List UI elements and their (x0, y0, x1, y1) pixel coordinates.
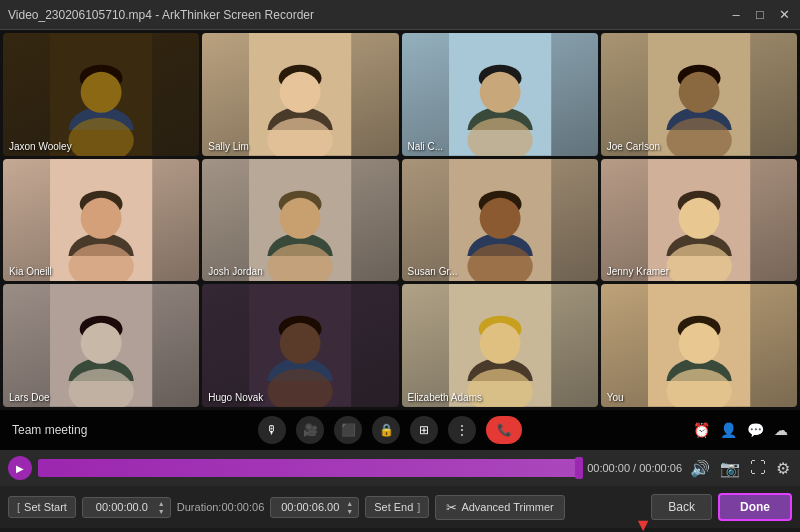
person-svg-3 (402, 33, 598, 156)
grid-button[interactable]: ⊞ (410, 416, 438, 444)
person-name-5: Kia Oneill (9, 266, 52, 277)
person-svg-5 (3, 159, 199, 282)
scissors-icon: ✂ (446, 500, 457, 515)
end-time-input[interactable] (275, 501, 345, 513)
volume-button[interactable]: 🔊 (688, 457, 712, 480)
participants-icon-button[interactable]: 👤 (720, 422, 737, 438)
person-svg-8 (601, 159, 797, 282)
person-name-7: Susan Gr... (408, 266, 458, 277)
close-button[interactable]: ✕ (776, 7, 792, 23)
chat-icon-button[interactable]: 💬 (747, 422, 764, 438)
svg-point-7 (280, 72, 321, 113)
progress-track[interactable] (38, 459, 581, 477)
set-end-button[interactable]: Set End ] (365, 496, 429, 518)
red-arrow-indicator: ▼ (634, 515, 652, 532)
time-display: 00:00:00 / 00:00:06 (587, 462, 682, 474)
video-cell-4: Joe Carlson (601, 33, 797, 156)
person-svg-6 (202, 159, 398, 282)
progress-bar-section: ▶ 00:00:00 / 00:00:06 🔊 📷 ⛶ ⚙ (0, 450, 800, 486)
fullscreen-button[interactable]: ⛶ (748, 457, 768, 479)
timer-icon-button[interactable]: ⏰ (693, 422, 710, 438)
bracket-close: ] (417, 501, 420, 513)
video-controls-bar: Team meeting 🎙 🎥 ⬛ 🔒 ⊞ ⋮ 📞 ⏰ 👤 💬 ☁ (0, 410, 800, 450)
person-name-6: Josh Jordan (208, 266, 262, 277)
cloud-icon-button[interactable]: ☁ (774, 422, 788, 438)
bracket-open: [ (17, 501, 20, 513)
set-start-button[interactable]: [ Set Start (8, 496, 76, 518)
person-name-2: Sally Lim (208, 141, 249, 152)
call-controls: 🎙 🎥 ⬛ 🔒 ⊞ ⋮ 📞 (258, 416, 522, 444)
person-name-3: Nali C... (408, 141, 444, 152)
svg-point-47 (678, 323, 719, 364)
video-cell-11: Elizabeth Adams (402, 284, 598, 407)
more-button[interactable]: ⋮ (448, 416, 476, 444)
video-cell-5: Kia Oneill (3, 159, 199, 282)
settings-button[interactable]: ⚙ (774, 457, 792, 480)
svg-point-19 (81, 198, 122, 239)
start-time-down[interactable]: ▼ (157, 508, 166, 515)
svg-point-23 (280, 198, 321, 239)
advanced-trimmer-label: Advanced Trimmer (461, 501, 553, 513)
start-time-input[interactable] (87, 501, 157, 513)
video-cell-9: Lars Doe (3, 284, 199, 407)
screen-share-button[interactable]: ⬛ (334, 416, 362, 444)
video-cell-1: Jaxon Wooley (3, 33, 199, 156)
end-call-button[interactable]: 📞 (486, 416, 522, 444)
person-svg-11 (402, 284, 598, 407)
done-label: Done (740, 500, 770, 514)
video-cell-3: Nali C... (402, 33, 598, 156)
person-name-10: Hugo Novak (208, 392, 263, 403)
svg-point-35 (81, 323, 122, 364)
meeting-label: Team meeting (12, 423, 87, 437)
duration-label: Duration:00:00:06 (177, 501, 264, 513)
start-time-input-group[interactable]: ▲ ▼ (82, 497, 171, 518)
person-svg-4 (601, 33, 797, 156)
video-cell-7: Susan Gr... (402, 159, 598, 282)
person-svg-2 (202, 33, 398, 156)
video-cell-6: Josh Jordan (202, 159, 398, 282)
person-name-8: Jenny Kramer (607, 266, 669, 277)
end-time-input-group[interactable]: ▲ ▼ (270, 497, 359, 518)
title-bar: Video_230206105710.mp4 - ArkThinker Scre… (0, 0, 800, 30)
start-time-up[interactable]: ▲ (157, 500, 166, 507)
progress-fill (38, 459, 581, 477)
person-name-1: Jaxon Wooley (9, 141, 72, 152)
svg-point-11 (479, 72, 520, 113)
mic-button[interactable]: 🎙 (258, 416, 286, 444)
video-area: Jaxon WooleySally LimNali C...Joe Carlso… (0, 30, 800, 450)
end-time-up[interactable]: ▲ (345, 500, 354, 507)
video-cell-2: Sally Lim (202, 33, 398, 156)
window-title: Video_230206105710.mp4 - ArkThinker Scre… (8, 8, 314, 22)
svg-point-3 (81, 72, 122, 113)
camera-button[interactable]: 🎥 (296, 416, 324, 444)
lock-button[interactable]: 🔒 (372, 416, 400, 444)
play-button[interactable]: ▶ (8, 456, 32, 480)
person-name-12: You (607, 392, 624, 403)
video-grid: Jaxon WooleySally LimNali C...Joe Carlso… (0, 30, 800, 410)
right-icons: ⏰ 👤 💬 ☁ (693, 422, 788, 438)
svg-point-27 (479, 198, 520, 239)
minimize-button[interactable]: – (728, 7, 744, 23)
back-label: Back (668, 500, 695, 514)
play-icon: ▶ (16, 463, 24, 474)
window-controls: – □ ✕ (728, 7, 792, 23)
person-svg-1 (3, 33, 199, 156)
person-name-11: Elizabeth Adams (408, 392, 483, 403)
bottom-controls: [ Set Start ▲ ▼ Duration:00:00:06 ▲ ▼ Se… (0, 486, 800, 528)
progress-handle[interactable] (575, 457, 583, 479)
done-button[interactable]: Done (718, 493, 792, 521)
person-svg-7 (402, 159, 598, 282)
back-button[interactable]: Back (651, 494, 712, 520)
person-svg-9 (3, 284, 199, 407)
svg-point-31 (678, 198, 719, 239)
advanced-trimmer-button[interactable]: ✂ Advanced Trimmer (435, 495, 564, 520)
bottom-wrapper: [ Set Start ▲ ▼ Duration:00:00:06 ▲ ▼ Se… (0, 486, 800, 528)
video-cell-8: Jenny Kramer (601, 159, 797, 282)
set-end-label: Set End (374, 501, 413, 513)
set-start-label: Set Start (24, 501, 67, 513)
end-time-down[interactable]: ▼ (345, 508, 354, 515)
maximize-button[interactable]: □ (752, 7, 768, 23)
video-cell-12: You (601, 284, 797, 407)
screenshot-button[interactable]: 📷 (718, 457, 742, 480)
person-svg-10 (202, 284, 398, 407)
